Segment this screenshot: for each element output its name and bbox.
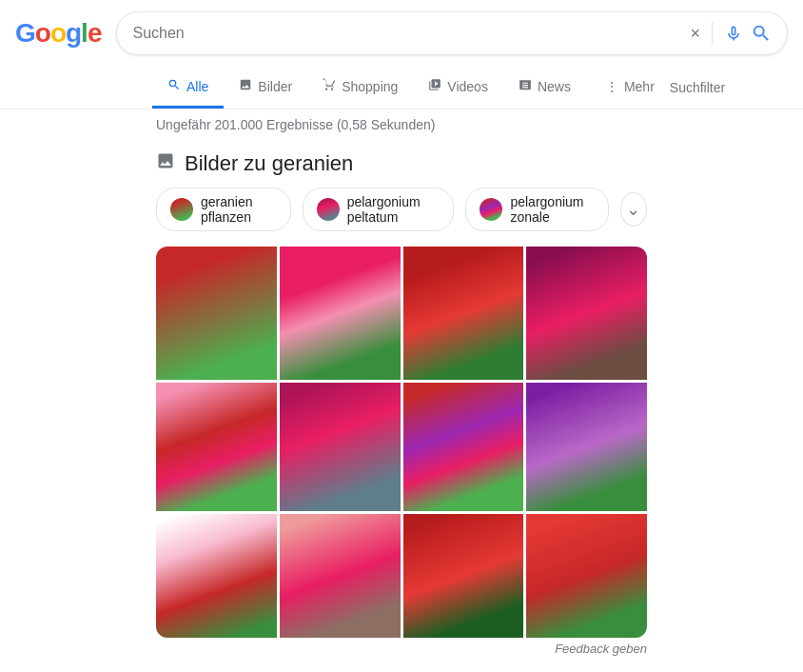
tab-news[interactable]: News xyxy=(503,67,586,109)
tab-alle[interactable]: Alle xyxy=(152,67,224,109)
grid-cell-3-4[interactable] xyxy=(526,514,647,638)
search-submit-icon[interactable] xyxy=(751,23,772,44)
search-divider xyxy=(712,22,713,45)
results-info: Ungefähr 201.000 Ergebnisse (0,58 Sekund… xyxy=(0,109,803,140)
logo-letter-o2: o xyxy=(50,18,66,49)
image-grid xyxy=(0,243,803,638)
grid-cell-2-3[interactable] xyxy=(403,383,524,511)
feedback-link[interactable]: Feedback geben xyxy=(555,642,647,656)
tab-mehr[interactable]: ⋮ Mehr xyxy=(590,68,670,109)
chip-peltatum[interactable]: pelargonium peltatum xyxy=(303,188,455,231)
grid-cell-3-2[interactable] xyxy=(280,514,401,638)
chip-label-peltatum: pelargonium peltatum xyxy=(347,194,441,225)
grid-cell-3-1[interactable] xyxy=(156,514,277,638)
clear-button[interactable]: × xyxy=(690,24,700,44)
mic-icon[interactable] xyxy=(724,24,743,43)
chips-row: geranien pflanzen pelargonium peltatum p… xyxy=(0,184,803,243)
tab-bilder[interactable]: Bilder xyxy=(224,67,307,109)
chip-label-pflanzen: geranien pflanzen xyxy=(201,194,277,225)
grid-cell-2-4[interactable] xyxy=(526,383,647,511)
bilder-icon xyxy=(239,78,252,94)
chip-thumb-peltatum xyxy=(317,198,340,221)
suchfilter-button[interactable]: Suchfilter xyxy=(670,69,725,107)
logo-letter-o1: o xyxy=(35,18,50,49)
grid-cell-1-1[interactable] xyxy=(156,247,277,380)
section-icon xyxy=(156,151,175,176)
chip-zonale[interactable]: pelargonium zonale xyxy=(465,188,608,231)
search-input[interactable]: geranien bilder xyxy=(132,25,682,42)
alle-icon xyxy=(167,78,181,94)
section-heading: Bilder zu geranien xyxy=(0,140,803,184)
chips-expand-button[interactable]: ⌄ xyxy=(620,192,647,227)
chip-pflanzen[interactable]: geranien pflanzen xyxy=(156,188,291,231)
videos-icon xyxy=(428,78,441,94)
feedback-row: Feedback geben xyxy=(0,638,803,658)
image-grid-inner xyxy=(156,247,647,638)
logo-letter-e: e xyxy=(88,18,102,49)
grid-cell-1-4[interactable] xyxy=(526,247,647,380)
tab-videos[interactable]: Videos xyxy=(413,67,503,109)
grid-cell-2-2[interactable] xyxy=(280,383,401,511)
grid-cell-2-1[interactable] xyxy=(156,383,277,511)
logo-letter-g2: g xyxy=(66,18,81,49)
grid-cell-3-3[interactable] xyxy=(403,514,524,638)
chip-thumb-zonale xyxy=(480,198,502,221)
shopping-icon xyxy=(323,78,336,94)
nav-tabs: Alle Bilder Shopping Videos News ⋮ Mehr … xyxy=(0,67,803,109)
google-logo: Google xyxy=(15,18,101,49)
show-all-row: Alle anzeigen → xyxy=(0,658,803,672)
logo-letter-g: G xyxy=(15,18,35,49)
grid-row-3 xyxy=(156,514,647,638)
logo-letter-l: l xyxy=(81,18,88,49)
tab-shopping[interactable]: Shopping xyxy=(307,67,413,109)
grid-cell-1-2[interactable] xyxy=(280,247,401,380)
chip-label-zonale: pelargonium zonale xyxy=(510,194,594,225)
news-icon xyxy=(519,78,532,94)
chip-thumb-pflanzen xyxy=(170,198,193,221)
grid-row-2 xyxy=(156,383,647,511)
grid-cell-1-3[interactable] xyxy=(403,247,524,380)
mehr-icon: ⋮ xyxy=(605,79,618,94)
section-title: Bilder zu geranien xyxy=(185,151,353,176)
grid-row-1 xyxy=(156,247,647,380)
search-bar: geranien bilder × xyxy=(116,11,788,55)
header: Google geranien bilder × xyxy=(0,0,803,67)
